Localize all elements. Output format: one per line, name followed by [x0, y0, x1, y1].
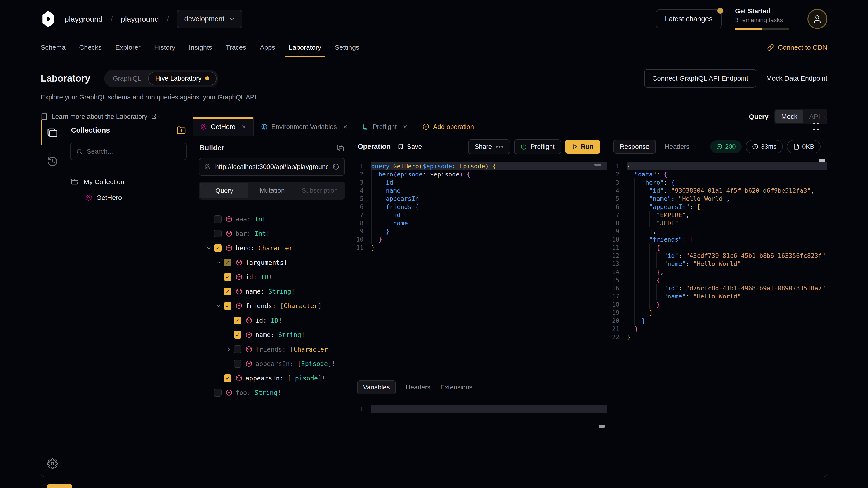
nav-item-traces[interactable]: Traces: [226, 38, 246, 57]
tree-chevron-icon[interactable]: [204, 245, 214, 251]
tree-row-name[interactable]: ✓name: String!: [204, 284, 351, 299]
tab-preflight[interactable]: Preflight ×: [355, 118, 415, 136]
new-folder-icon[interactable]: [177, 126, 186, 135]
more-options-icon: •••: [496, 143, 504, 151]
nav-item-settings[interactable]: Settings: [335, 38, 359, 57]
schema-field-tree: aaa: Intbar: Int!✓hero: Character✓[argum…: [193, 200, 351, 477]
hive-logo-icon[interactable]: [41, 10, 56, 28]
breadcrumb-project[interactable]: playground: [121, 15, 159, 24]
tab-op-headers[interactable]: Headers: [406, 384, 431, 391]
scrollbar-thumb[interactable]: [598, 425, 605, 428]
nav-item-history[interactable]: History: [154, 38, 175, 57]
tree-row-id[interactable]: ✓id: ID!: [204, 270, 351, 284]
tree-checkbox[interactable]: ✓: [214, 244, 221, 252]
tree-row-bar[interactable]: bar: Int!: [204, 226, 351, 241]
kind-subscription-option[interactable]: Subscription: [296, 183, 344, 198]
collections-search-input[interactable]: Search...: [70, 143, 187, 160]
clock-icon: [752, 143, 758, 150]
cube-icon: [225, 245, 232, 252]
tree-checkbox[interactable]: ✓: [224, 273, 231, 281]
collections-sidebar: Collections Search...: [64, 118, 193, 477]
nav-item-checks[interactable]: Checks: [79, 38, 102, 57]
share-button[interactable]: Share •••: [468, 139, 510, 154]
tree-checkbox[interactable]: [214, 215, 221, 223]
tab-variables[interactable]: Variables: [357, 381, 396, 394]
tab-environment-variables[interactable]: Environment Variables ×: [254, 118, 355, 136]
nav-item-laboratory[interactable]: Laboratory: [289, 38, 321, 57]
chevron-down-icon: [229, 16, 235, 22]
preflight-button[interactable]: Preflight: [514, 139, 561, 154]
close-icon[interactable]: ×: [343, 123, 347, 131]
scrollbar-thumb[interactable]: [819, 159, 825, 162]
environment-selector[interactable]: development: [177, 10, 242, 28]
tab-response[interactable]: Response: [614, 140, 656, 154]
save-button[interactable]: Save: [397, 143, 422, 151]
toast-fragment: [47, 484, 72, 488]
kind-query-option[interactable]: Query: [200, 183, 248, 198]
tree-checkbox[interactable]: [214, 230, 221, 237]
tree-checkbox[interactable]: ✓: [234, 331, 241, 339]
variables-editor[interactable]: 1: [351, 400, 607, 477]
tree-row-appearsIn[interactable]: appearsIn: [Episode]!: [204, 357, 351, 371]
fullscreen-button[interactable]: [805, 118, 827, 136]
nav-item-schema[interactable]: Schema: [41, 38, 66, 57]
tree-row-friends[interactable]: friends: [Character]: [204, 342, 351, 357]
get-started-widget[interactable]: Get Started 3 remaining tasks: [735, 7, 794, 31]
tree-row-foo[interactable]: foo: String!: [204, 385, 351, 400]
response-editor[interactable]: 1{2"data": {3"hero": {4"id": "93038304-0…: [607, 157, 827, 477]
variables-section: Variables Headers Extensions 1: [351, 375, 607, 477]
tree-checkbox[interactable]: ✓: [224, 375, 231, 382]
tree-row-appearsIn[interactable]: ✓appearsIn: [Episode]!: [204, 371, 351, 385]
tree-checkbox[interactable]: [214, 389, 221, 396]
tab-extensions[interactable]: Extensions: [440, 384, 472, 391]
page-title: Laboratory: [41, 73, 90, 84]
nav-item-apps[interactable]: Apps: [260, 38, 275, 57]
tree-row-friends[interactable]: ✓friends: [Character]: [204, 299, 351, 313]
tree-checkbox[interactable]: ✓: [234, 317, 241, 324]
close-icon[interactable]: ×: [403, 123, 407, 131]
run-button[interactable]: Run: [565, 140, 600, 154]
tree-checkbox[interactable]: ✓: [224, 302, 231, 310]
power-icon: [521, 143, 527, 150]
cube-icon: [246, 346, 252, 353]
nav-item-insights[interactable]: Insights: [189, 38, 212, 57]
add-operation-button[interactable]: Add operation: [415, 118, 482, 136]
code-line: 3id: [351, 178, 607, 187]
close-icon[interactable]: ×: [242, 123, 246, 131]
tree-chevron-icon[interactable]: [214, 303, 224, 309]
tree-checkbox[interactable]: [234, 360, 241, 367]
endpoint-url-input[interactable]: http://localhost:3000/api/lab/playground: [199, 158, 345, 175]
settings-gear-icon[interactable]: [47, 458, 58, 469]
refresh-icon[interactable]: [332, 163, 340, 170]
collections-rail-icon[interactable]: [46, 127, 58, 139]
tree-chevron-icon[interactable]: [224, 346, 234, 352]
query-editor[interactable]: 1query GetHero($episode: Episode) {2hero…: [351, 157, 607, 375]
tab-resp-headers[interactable]: Headers: [665, 143, 690, 151]
mode-hive-option[interactable]: Hive Laboratory: [148, 72, 217, 86]
collection-operation-row[interactable]: GetHero: [75, 190, 186, 205]
nav-item-explorer[interactable]: Explorer: [115, 38, 141, 57]
mock-data-endpoint-button[interactable]: Mock Data Endpoint: [766, 74, 827, 82]
tree-checkbox[interactable]: [234, 346, 241, 353]
lab-header: Laboratory GraphiQL Hive Laboratory Conn…: [0, 57, 868, 125]
connect-graphql-endpoint-button[interactable]: Connect GraphQL API Endpoint: [644, 69, 756, 88]
tree-row-arguments[interactable]: ✓[arguments]: [204, 255, 351, 270]
tree-chevron-icon[interactable]: [214, 260, 224, 265]
tree-row-hero[interactable]: ✓hero: Character: [204, 241, 351, 255]
latest-changes-button[interactable]: Latest changes: [656, 9, 721, 29]
breadcrumb-org[interactable]: playground: [65, 15, 103, 24]
user-avatar[interactable]: [807, 9, 827, 29]
collection-folder-row[interactable]: My Collection: [71, 178, 186, 186]
tree-row-id[interactable]: ✓id: ID!: [204, 313, 351, 328]
tree-checkbox[interactable]: ✓: [224, 259, 231, 266]
tree-row-name[interactable]: ✓name: String!: [204, 328, 351, 342]
tree-checkbox[interactable]: ✓: [224, 288, 231, 295]
history-rail-icon[interactable]: [47, 156, 58, 167]
tab-gethero[interactable]: GetHero ×: [193, 118, 254, 136]
mode-graphiql-option[interactable]: GraphiQL: [106, 72, 148, 85]
copy-icon[interactable]: [336, 144, 344, 152]
kind-mutation-option[interactable]: Mutation: [248, 183, 296, 198]
connect-to-cdn-link[interactable]: Connect to CDN: [767, 43, 827, 51]
tree-row-aaa[interactable]: aaa: Int: [204, 212, 351, 226]
tree-field-label: appearsIn: [Episode]!: [246, 375, 326, 382]
